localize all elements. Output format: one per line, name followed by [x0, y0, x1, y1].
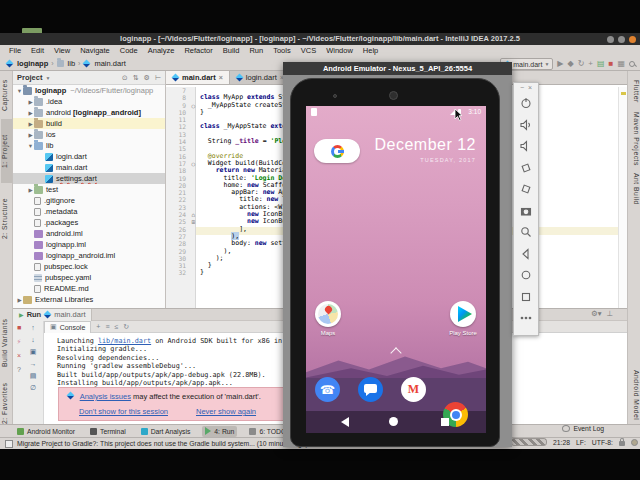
panel-close-icon[interactable]: ×	[528, 83, 532, 93]
tree-item--packages[interactable]: .packages	[13, 217, 165, 228]
history-icon[interactable]: ≡	[105, 323, 109, 330]
tree-item-test[interactable]: ▶test	[13, 184, 165, 195]
tree-item-android-iml[interactable]: android.iml	[13, 228, 165, 239]
down-stack-icon[interactable]: ↓	[28, 336, 38, 344]
hide-panel-icon[interactable]: ⊢	[155, 74, 161, 82]
settings-gear-icon[interactable]: ⚙▾	[591, 309, 602, 318]
locate-file-icon[interactable]: ⊙	[122, 74, 128, 82]
tree-item-README-md[interactable]: README.md	[13, 283, 165, 294]
nav-overview-button[interactable]	[441, 418, 449, 426]
tree-item--metadata[interactable]: .metadata	[13, 206, 165, 217]
tool-stripe-tab-2-favorites[interactable]: 2: Favorites	[1, 377, 12, 429]
run-tab[interactable]: ▶ Run main.dart	[13, 309, 92, 321]
toolwindow-button-android-monitor[interactable]: Android Monitor	[14, 426, 78, 437]
gmail-app-icon[interactable]: M	[401, 377, 426, 402]
menu-view[interactable]: View	[49, 45, 75, 57]
minimize-button[interactable]	[607, 36, 614, 43]
tree-collapsed-icon[interactable]: ▶	[27, 187, 34, 193]
breadcrumb-item-lib[interactable]: lib	[68, 59, 76, 68]
maximize-button[interactable]	[618, 36, 625, 43]
clear-console-icon[interactable]: ∅	[28, 384, 38, 392]
tree-item-lib[interactable]: ▼lib	[13, 140, 165, 151]
project-panel-header[interactable]: Project ▼ ⊙ ⇅ ⚙ ⊢	[13, 71, 165, 85]
layout-button[interactable]: ▦	[617, 58, 625, 70]
menu-code[interactable]: Code	[115, 45, 143, 57]
console-tab[interactable]: ▣Console	[44, 321, 91, 333]
tree-collapsed-icon[interactable]: ▶	[27, 99, 34, 105]
phone-screen[interactable]: 3:10 December 12 TUESDAY, 2017 Maps	[306, 106, 486, 433]
date-widget[interactable]: December 12 TUESDAY, 2017	[374, 136, 476, 163]
dont-show-session-link[interactable]: Don't show for this session	[79, 407, 168, 416]
emulator-titlebar[interactable]: Android Emulator - Nexus_5_API_26:5554	[283, 62, 512, 75]
menu-run[interactable]: Run	[244, 45, 268, 57]
messages-app-icon[interactable]	[358, 377, 383, 402]
caret-position[interactable]: 21:28	[553, 439, 570, 446]
close-icon[interactable]: ×	[14, 352, 24, 360]
line-ending-indicator[interactable]: LF:	[576, 439, 586, 446]
event-log-button[interactable]: Event Log	[562, 425, 604, 432]
toolwindow-button-dart-analysis[interactable]: Dart Analysis	[138, 426, 194, 437]
attach-button[interactable]: +	[588, 58, 593, 70]
emu-home-button[interactable]	[520, 269, 532, 281]
tool-stripe-tab-captures[interactable]: Captures	[1, 75, 12, 115]
tree-item--gitignore[interactable]: .gitignore	[13, 195, 165, 206]
panel-minimize-icon[interactable]: −	[520, 83, 524, 93]
help-icon[interactable]: ?	[14, 366, 24, 374]
tool-stripe-tab-maven-projects[interactable]: Maven Projects	[629, 111, 640, 167]
window-titlebar[interactable]: loginapp - [~/Videos/Flutter/loginapp] -…	[0, 33, 640, 45]
close-button[interactable]	[629, 36, 636, 43]
settings-gear-icon[interactable]: ⚙	[144, 74, 150, 82]
tree-item--idea[interactable]: ▶.idea	[13, 96, 165, 107]
tool-stripe-tab-1-project[interactable]: 1: Project	[1, 119, 12, 183]
coverage-button[interactable]: ↻	[578, 58, 585, 70]
tree-item-login-dart[interactable]: login.dart	[13, 151, 165, 162]
close-tab-icon[interactable]: ×	[219, 74, 223, 81]
emu-zoom-button[interactable]	[520, 226, 532, 238]
dock-pin-icon[interactable]: ⊥	[606, 309, 613, 318]
android-emulator-window[interactable]: Android Emulator - Nexus_5_API_26:5554 3…	[283, 62, 512, 447]
tool-stripe-tab-ant-build[interactable]: Ant Build	[629, 171, 640, 207]
menu-build[interactable]: Build	[218, 45, 245, 57]
editor-scrollbar[interactable]	[618, 87, 627, 341]
emu-rotate-right-button[interactable]	[520, 183, 532, 195]
breadcrumb-item-loginapp[interactable]: loginapp	[17, 59, 48, 68]
tree-item-External-Libraries[interactable]: ▶External Libraries	[13, 294, 165, 305]
emu-power-button[interactable]	[520, 97, 532, 109]
override-marker-icon[interactable]: ○	[191, 160, 195, 167]
up-stack-icon[interactable]: ↑	[28, 324, 38, 332]
tree-collapsed-icon[interactable]: ▶	[27, 121, 34, 127]
hot-reload-button[interactable]: ▤	[597, 58, 605, 70]
tree-expanded-icon[interactable]: ▼	[16, 88, 23, 94]
hector-inspector-icon[interactable]	[631, 439, 638, 446]
tree-collapsed-icon[interactable]: ▶	[27, 132, 34, 138]
chevron-down-icon[interactable]: ▼	[45, 75, 50, 81]
emu-volume-up-button[interactable]	[520, 119, 532, 131]
tree-item-android[interactable]: ▶android[loginapp_android]	[13, 107, 165, 118]
hot-reload-bolt-icon[interactable]: ⚡	[14, 338, 24, 346]
tree-item-loginapp[interactable]: ▼loginapp~/Videos/Flutter/loginapp	[13, 85, 165, 96]
tree-item-pubspec-yaml[interactable]: pubspec.yaml	[13, 272, 165, 283]
tool-stripe-tab-2-structure[interactable]: 2: Structure	[1, 187, 12, 249]
tree-expanded-icon[interactable]: ▼	[27, 143, 34, 149]
tool-stripe-tab-flutter[interactable]: Flutter	[629, 75, 640, 107]
collapse-all-icon[interactable]: ⇅	[133, 74, 139, 82]
menu-edit[interactable]: Edit	[26, 45, 49, 57]
gutter-marker-icon[interactable]: ⌂	[191, 211, 195, 218]
tool-stripe-tab-android-model[interactable]: Android Model	[629, 365, 640, 425]
tree-item-settings-dart[interactable]: settings.dart	[13, 173, 165, 184]
menu-analyze[interactable]: Analyze	[143, 45, 180, 57]
search-icon[interactable]	[629, 61, 636, 68]
rerun-icon[interactable]: ↻	[123, 323, 129, 331]
emu-screenshot-button[interactable]	[520, 205, 532, 217]
gutter-marker-icon[interactable]: ⊞	[191, 218, 195, 225]
tree-item-main-dart[interactable]: main.dart	[13, 162, 165, 173]
lock-icon[interactable]	[619, 441, 625, 446]
override-marker-icon[interactable]: ○	[191, 102, 195, 109]
emu-back-button[interactable]	[520, 248, 532, 260]
emu-volume-down-button[interactable]	[520, 140, 532, 152]
nav-back-button[interactable]	[341, 417, 349, 427]
menu-file[interactable]: File	[4, 45, 26, 57]
menu-refactor[interactable]: Refactor	[179, 45, 217, 57]
soft-wrap-icon[interactable]: ▣	[28, 348, 38, 356]
scroll-to-end-icon[interactable]: →	[28, 360, 38, 368]
